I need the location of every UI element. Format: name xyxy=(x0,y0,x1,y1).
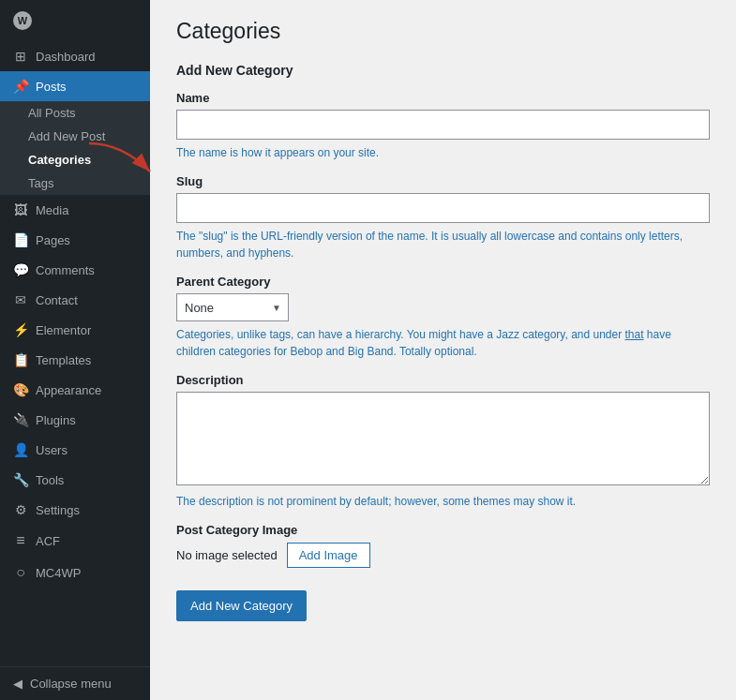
parent-select-wrap: None ▼ xyxy=(176,293,289,321)
sidebar-item-all-posts[interactable]: All Posts xyxy=(28,101,150,125)
collapse-label: Collapse menu xyxy=(30,677,112,691)
parent-select[interactable]: None xyxy=(176,293,289,321)
sidebar-item-settings[interactable]: ⚙ Settings xyxy=(0,495,150,525)
sidebar-item-plugins[interactable]: 🔌 Plugins xyxy=(0,405,150,435)
sidebar-item-users[interactable]: 👤 Users xyxy=(0,435,150,465)
collapse-menu-button[interactable]: ◀ Collapse menu xyxy=(0,666,150,700)
posts-icon: 📌 xyxy=(13,79,28,94)
slug-label: Slug xyxy=(176,174,710,188)
sidebar-item-label: Templates xyxy=(36,353,91,367)
templates-icon: 📋 xyxy=(13,352,28,367)
name-label: Name xyxy=(176,91,710,105)
sidebar-item-label: Media xyxy=(36,203,68,217)
name-field: Name The name is how it appears on your … xyxy=(176,91,710,161)
description-field: Description The description is not promi… xyxy=(176,373,710,510)
sidebar-item-label: Elementor xyxy=(36,323,91,337)
main-content: Categories Add New Category Name The nam… xyxy=(150,0,736,700)
description-label: Description xyxy=(176,373,710,387)
sidebar-item-label: Contact xyxy=(36,293,78,307)
elementor-icon: ⚡ xyxy=(13,322,28,337)
parent-hint: Categories, unlike tags, can have a hier… xyxy=(176,326,710,360)
plugins-icon: 🔌 xyxy=(13,412,28,427)
sidebar-item-elementor[interactable]: ⚡ Elementor xyxy=(0,315,150,345)
sidebar-item-dashboard[interactable]: ⊞ Dashboard xyxy=(0,41,150,71)
settings-icon: ⚙ xyxy=(13,502,28,517)
sidebar-item-categories[interactable]: Categories xyxy=(28,148,150,171)
slug-field: Slug The "slug" is the URL-friendly vers… xyxy=(176,174,710,261)
sidebar-item-label: Appearance xyxy=(36,383,101,397)
collapse-icon: ◀ xyxy=(13,677,23,691)
sidebar-item-label: Dashboard xyxy=(36,50,96,64)
sidebar-item-pages[interactable]: 📄 Pages xyxy=(0,225,150,255)
section-title: Add New Category xyxy=(176,63,710,78)
media-icon: 🖼 xyxy=(13,202,28,217)
acf-icon: ≡ xyxy=(13,532,28,549)
sidebar-logo: W xyxy=(0,0,150,41)
no-image-text: No image selected xyxy=(176,548,278,562)
slug-input[interactable] xyxy=(176,193,710,223)
description-hint: The description is not prominent by defa… xyxy=(176,493,710,510)
parent-category-field: Parent Category None ▼ Categories, unlik… xyxy=(176,275,710,360)
sidebar-item-label: MC4WP xyxy=(36,566,81,580)
description-textarea[interactable] xyxy=(176,392,710,485)
sidebar-item-label: Pages xyxy=(36,233,70,247)
sidebar-item-appearance[interactable]: 🎨 Appearance xyxy=(0,375,150,405)
sidebar: W ⊞ Dashboard 📌 Posts All Posts Add New … xyxy=(0,0,150,700)
sidebar-item-media[interactable]: 🖼 Media xyxy=(0,195,150,225)
users-icon: 👤 xyxy=(13,442,28,457)
sidebar-item-contact[interactable]: ✉ Contact xyxy=(0,285,150,315)
page-title: Categories xyxy=(176,19,710,44)
sidebar-item-tools[interactable]: 🔧 Tools xyxy=(0,465,150,495)
name-input[interactable] xyxy=(176,110,710,140)
mc4wp-icon: ○ xyxy=(13,564,28,581)
sidebar-item-label: Users xyxy=(36,443,68,457)
sidebar-item-acf[interactable]: ≡ ACF xyxy=(0,525,150,557)
sidebar-item-templates[interactable]: 📋 Templates xyxy=(0,345,150,375)
posts-submenu: All Posts Add New Post Categories Tags xyxy=(0,101,150,195)
sidebar-item-label: Settings xyxy=(36,503,80,517)
add-category-button[interactable]: Add New Category xyxy=(176,590,307,621)
sidebar-item-label: Plugins xyxy=(36,413,76,427)
sidebar-item-label: Comments xyxy=(36,263,95,277)
parent-label: Parent Category xyxy=(176,275,710,289)
post-image-label: Post Category Image xyxy=(176,523,710,537)
sidebar-item-tags[interactable]: Tags xyxy=(28,171,150,195)
sidebar-item-mc4wp[interactable]: ○ MC4WP xyxy=(0,557,150,588)
sidebar-item-add-new-post[interactable]: Add New Post xyxy=(28,125,150,148)
appearance-icon: 🎨 xyxy=(13,382,28,397)
sidebar-item-label: Tools xyxy=(36,473,64,487)
wordpress-icon: W xyxy=(13,11,32,30)
post-category-image-field: Post Category Image No image selected Ad… xyxy=(176,523,710,568)
sidebar-item-label: Posts xyxy=(36,80,67,94)
add-category-form: Add New Category Name The name is how it… xyxy=(176,63,710,621)
slug-hint: The "slug" is the URL-friendly version o… xyxy=(176,228,710,261)
name-hint: The name is how it appears on your site. xyxy=(176,144,710,161)
pages-icon: 📄 xyxy=(13,232,28,247)
comments-icon: 💬 xyxy=(13,262,28,277)
post-image-row: No image selected Add Image xyxy=(176,543,710,568)
contact-icon: ✉ xyxy=(13,292,28,307)
dashboard-icon: ⊞ xyxy=(13,49,28,64)
add-image-button[interactable]: Add Image xyxy=(287,543,370,568)
sidebar-item-comments[interactable]: 💬 Comments xyxy=(0,255,150,285)
tools-icon: 🔧 xyxy=(13,472,28,487)
sidebar-item-posts[interactable]: 📌 Posts xyxy=(0,71,150,101)
sidebar-item-label: ACF xyxy=(36,534,60,548)
